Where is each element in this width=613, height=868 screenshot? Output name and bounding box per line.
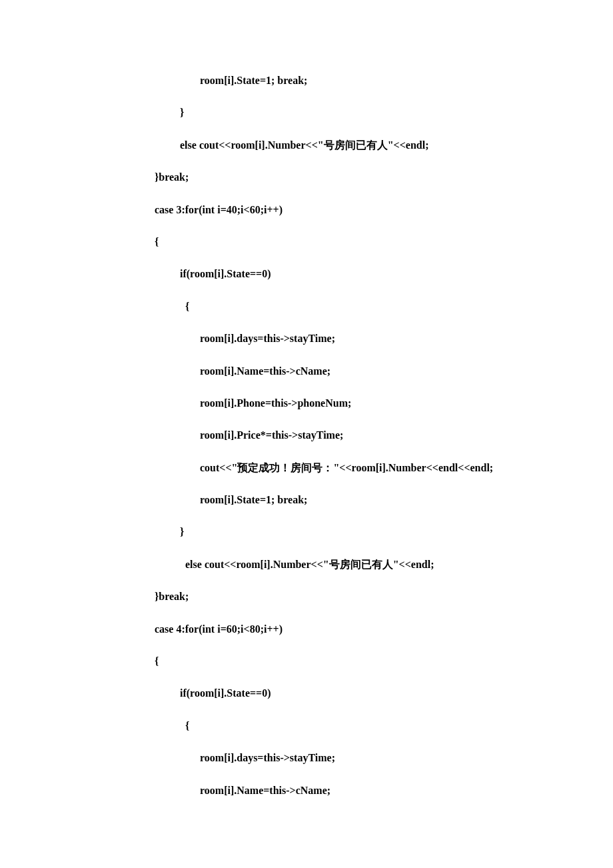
code-line: { — [0, 654, 613, 669]
code-line: room[i].Phone=this->phoneNum; — [0, 396, 613, 411]
code-line: }break; — [0, 589, 613, 604]
code-line: if(room[i].State==0) — [0, 686, 613, 701]
code-line: else cout<<room[i].Number<<"号房间已有人"<<end… — [0, 138, 613, 153]
code-line: room[i].Name=this->cName; — [0, 364, 613, 379]
code-line: room[i].State=1; break; — [0, 493, 613, 507]
code-line: }break; — [0, 170, 613, 185]
code-line: { — [0, 235, 613, 249]
code-line: case 4:for(int i=60;i<80;i++) — [0, 622, 613, 637]
code-line: } — [0, 525, 613, 539]
code-line: room[i].Name=this->cName; — [0, 783, 613, 798]
code-line: room[i].days=this->stayTime; — [0, 751, 613, 765]
code-line: { — [0, 719, 613, 733]
code-line: case 3:for(int i=40;i<60;i++) — [0, 203, 613, 217]
document-page: room[i].State=1; break;}else cout<<room[… — [0, 0, 613, 855]
code-line: } — [0, 105, 613, 120]
code-line: { — [0, 299, 613, 314]
code-line: if(room[i].State==0) — [0, 267, 613, 281]
code-line: room[i].State=1; break; — [0, 73, 613, 88]
code-line: room[i].days=this->stayTime; — [0, 331, 613, 346]
code-line: else cout<<room[i].Number<<"号房间已有人"<<end… — [0, 557, 613, 572]
code-line: cout<<"预定成功！房间号："<<room[i].Number<<endl<… — [0, 461, 613, 475]
code-line: room[i].Price*=this->stayTime; — [0, 428, 613, 443]
